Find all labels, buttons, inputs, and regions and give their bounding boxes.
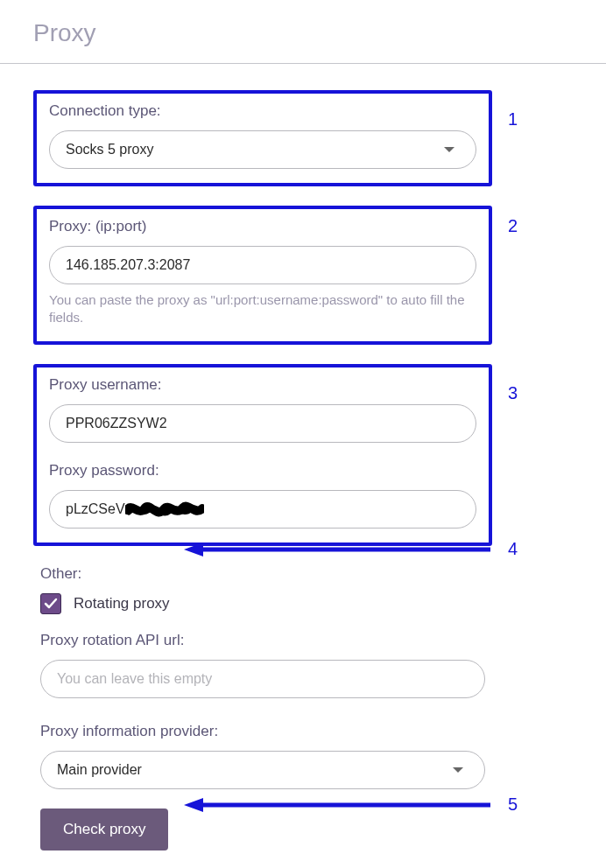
connection-type-select[interactable]: Socks 5 proxy: [49, 130, 476, 169]
connection-type-value: Socks 5 proxy: [66, 142, 153, 158]
proxy-form: Connection type: Socks 5 proxy 1 Proxy: …: [0, 64, 606, 850]
svg-marker-3: [184, 798, 203, 812]
rotation-url-label: Proxy rotation API url:: [40, 632, 485, 649]
proxy-password-label: Proxy password:: [49, 462, 476, 480]
proxy-input[interactable]: [66, 257, 460, 273]
proxy-username-input-wrap: [49, 404, 476, 443]
annotation-number-4: 4: [508, 539, 518, 559]
annotation-number-5: 5: [508, 794, 518, 815]
annotation-number-1: 1: [508, 109, 518, 130]
proxy-help-text: You can paste the proxy as "url:port:use…: [49, 291, 476, 327]
proxy-username-input[interactable]: [66, 416, 460, 431]
rotation-url-input-wrap: [40, 660, 485, 698]
proxy-label: Proxy: (ip:port): [49, 218, 476, 235]
page-title: Proxy: [33, 19, 573, 47]
rotation-url-input[interactable]: [57, 671, 469, 687]
provider-select[interactable]: Main provider: [40, 751, 485, 789]
proxy-input-wrap: [49, 246, 476, 284]
chevron-down-icon: [444, 147, 454, 152]
rotating-proxy-checkbox[interactable]: [40, 593, 61, 614]
rotating-proxy-row: Rotating proxy: [40, 593, 485, 614]
checkmark-icon: [44, 597, 58, 611]
provider-value: Main provider: [57, 762, 142, 778]
provider-label: Proxy information provider:: [40, 723, 485, 740]
page-header: Proxy: [0, 0, 606, 64]
annotation-number-3: 3: [508, 383, 518, 403]
other-label: Other:: [40, 565, 485, 583]
annotation-box-3: Proxy username: Proxy password: pLzCSeV: [33, 364, 492, 546]
check-proxy-button-label: Check proxy: [63, 821, 145, 837]
rotating-proxy-label: Rotating proxy: [74, 595, 170, 612]
check-proxy-button[interactable]: Check proxy: [40, 808, 168, 850]
redaction-scribble-icon: [125, 500, 204, 519]
annotation-number-2: 2: [508, 216, 518, 236]
password-content: pLzCSeV: [66, 500, 204, 519]
annotation-box-2: Proxy: (ip:port) You can paste the proxy…: [33, 206, 492, 345]
proxy-password-input-wrap[interactable]: pLzCSeV: [49, 490, 476, 528]
chevron-down-icon: [453, 767, 463, 773]
proxy-username-label: Proxy username:: [49, 376, 476, 394]
connection-type-label: Connection type:: [49, 102, 476, 120]
annotation-arrow-4: [184, 541, 490, 558]
svg-marker-1: [184, 542, 203, 556]
annotation-box-1: Connection type: Socks 5 proxy: [33, 90, 492, 186]
annotation-arrow-5: [184, 796, 490, 814]
password-visible-text: pLzCSeV: [66, 501, 125, 517]
